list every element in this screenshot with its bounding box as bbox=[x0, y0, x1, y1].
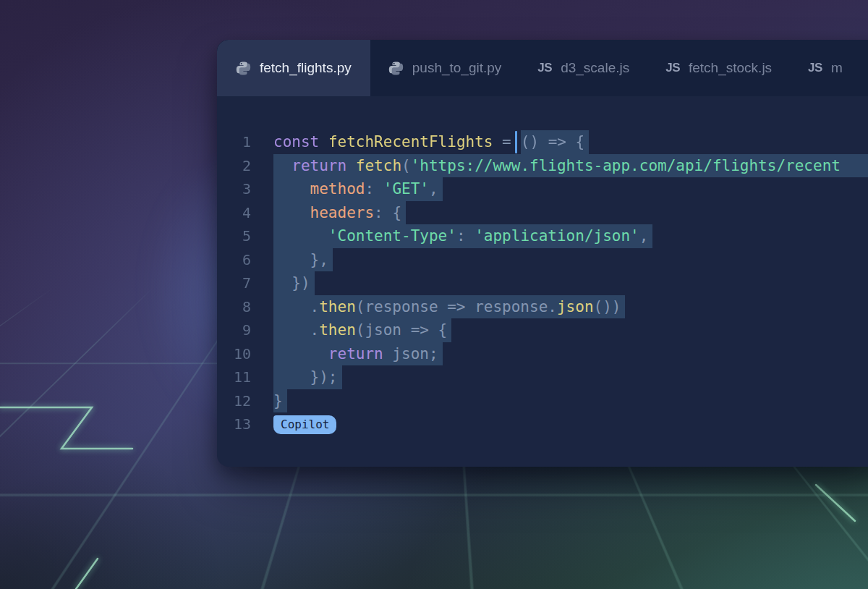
code-line[interactable]: 2 return fetch('https://www.flights-app.… bbox=[217, 154, 868, 178]
line-number: 13 bbox=[217, 412, 251, 436]
code-token bbox=[273, 177, 310, 201]
python-icon bbox=[236, 61, 251, 76]
code-token: json bbox=[557, 295, 594, 319]
selected-text: }) bbox=[273, 271, 315, 295]
code-token: 'Content-Type' bbox=[328, 224, 456, 248]
code-line-content: const fetchRecentFlights =() => { bbox=[273, 130, 868, 154]
selected-text: .then(json => { bbox=[273, 318, 451, 342]
code-token: }, bbox=[273, 248, 328, 272]
code-token: = bbox=[493, 130, 511, 154]
code-token: , bbox=[429, 177, 438, 201]
code-line[interactable]: 3 method: 'GET', bbox=[217, 177, 868, 201]
code-token bbox=[273, 201, 310, 225]
code-line-content: } bbox=[273, 389, 868, 413]
selected-text: }); bbox=[273, 365, 342, 389]
tab-d3-scale-js[interactable]: JSd3_scale.js bbox=[519, 40, 647, 96]
code-token: ( bbox=[401, 154, 411, 178]
code-line[interactable]: 1const fetchRecentFlights =() => { bbox=[217, 130, 868, 154]
code-token: (response => response. bbox=[356, 295, 557, 319]
line-number: 4 bbox=[217, 201, 251, 225]
selected-text: 'Content-Type': 'application/json', bbox=[273, 224, 652, 248]
code-line[interactable]: 7 }) bbox=[217, 271, 868, 295]
code-token bbox=[273, 224, 328, 248]
selected-text: method: 'GET', bbox=[273, 177, 443, 201]
code-token bbox=[319, 130, 328, 154]
code-token: }); bbox=[273, 365, 338, 389]
code-line-content: method: 'GET', bbox=[273, 177, 868, 201]
code-token: } bbox=[273, 389, 283, 413]
code-line-content: }); bbox=[273, 365, 868, 389]
code-token: 'application/json' bbox=[475, 224, 639, 248]
code-token bbox=[273, 154, 292, 178]
code-token: , bbox=[639, 224, 649, 248]
code-token: 'GET' bbox=[383, 177, 429, 201]
code-token: then bbox=[319, 318, 356, 342]
code-line[interactable]: 4 headers: { bbox=[217, 201, 868, 225]
code-token bbox=[346, 154, 356, 178]
tab-label: m bbox=[831, 60, 843, 76]
tab-label: push_to_git.py bbox=[412, 60, 502, 76]
javascript-icon: JS bbox=[808, 61, 822, 75]
code-line[interactable]: 11 }); bbox=[217, 365, 868, 389]
line-number: 8 bbox=[217, 295, 251, 319]
code-token: }) bbox=[273, 271, 310, 295]
selected-text: }, bbox=[273, 248, 333, 272]
code-line[interactable]: 8 .then(response => response.json()) bbox=[217, 295, 868, 319]
line-number: 7 bbox=[217, 271, 251, 295]
python-icon bbox=[388, 61, 404, 76]
code-line-content: return json; bbox=[273, 342, 868, 366]
code-token: then bbox=[319, 295, 356, 319]
tab-push-to-git-py[interactable]: push_to_git.py bbox=[370, 40, 520, 96]
tab-fetch-stock-js[interactable]: JSfetch_stock.js bbox=[647, 40, 790, 96]
code-line-content: return fetch('https://www.flights-app.co… bbox=[273, 154, 868, 178]
code-line[interactable]: 10 return json; bbox=[217, 342, 868, 366]
code-line[interactable]: 6 }, bbox=[217, 248, 868, 272]
code-token: method bbox=[310, 177, 365, 201]
javascript-icon: JS bbox=[537, 61, 552, 75]
tab-label: fetch_flights.py bbox=[260, 60, 352, 76]
code-line-content: headers: { bbox=[273, 201, 868, 225]
code-line-content: Copilot bbox=[273, 412, 868, 436]
text-cursor bbox=[515, 131, 517, 153]
line-number: 6 bbox=[217, 248, 251, 272]
code-token: return bbox=[328, 342, 383, 366]
selected-text: } bbox=[273, 389, 287, 413]
line-number: 5 bbox=[217, 224, 251, 248]
code-line-content: 'Content-Type': 'application/json', bbox=[273, 224, 868, 248]
code-token: json; bbox=[383, 342, 438, 366]
line-number: 2 bbox=[217, 154, 251, 178]
code-token: : { bbox=[374, 201, 401, 225]
code-token: (json => { bbox=[356, 318, 447, 342]
javascript-icon: JS bbox=[665, 61, 680, 75]
code-line[interactable]: 5 'Content-Type': 'application/json', bbox=[217, 224, 868, 248]
code-editor[interactable]: 1const fetchRecentFlights =() => {2 retu… bbox=[217, 96, 868, 436]
code-line-content: }) bbox=[273, 271, 868, 295]
selected-text: headers: { bbox=[273, 201, 406, 225]
code-line[interactable]: 12} bbox=[217, 389, 868, 413]
code-line-content: .then(response => response.json()) bbox=[273, 295, 868, 319]
selected-text: return json; bbox=[273, 342, 443, 366]
code-token: return bbox=[292, 154, 346, 178]
code-token: fetch bbox=[356, 154, 401, 178]
copilot-badge: Copilot bbox=[273, 415, 336, 434]
code-token: headers bbox=[310, 201, 375, 225]
code-token: 'https://www.flights-app.com/api/flights… bbox=[411, 154, 841, 178]
code-token: : bbox=[365, 177, 383, 201]
code-token: . bbox=[273, 295, 319, 319]
code-line-content: }, bbox=[273, 248, 868, 272]
selected-text: () => { bbox=[521, 130, 590, 154]
code-line[interactable]: 13Copilot bbox=[217, 412, 868, 436]
tab-fetch-flights-py[interactable]: fetch_flights.py bbox=[217, 40, 370, 96]
line-number: 3 bbox=[217, 177, 251, 201]
line-number: 9 bbox=[217, 318, 251, 342]
code-token: () => { bbox=[521, 130, 585, 154]
tab-m[interactable]: JSm bbox=[790, 40, 861, 96]
code-token: ()) bbox=[594, 295, 621, 319]
code-line-content: .then(json => { bbox=[273, 318, 868, 342]
line-number: 11 bbox=[217, 365, 251, 389]
code-token bbox=[273, 342, 328, 366]
code-token: fetchRecentFlights bbox=[328, 130, 493, 154]
code-line[interactable]: 9 .then(json => { bbox=[217, 318, 868, 342]
line-number: 10 bbox=[217, 342, 251, 366]
code-token: : bbox=[456, 224, 475, 248]
